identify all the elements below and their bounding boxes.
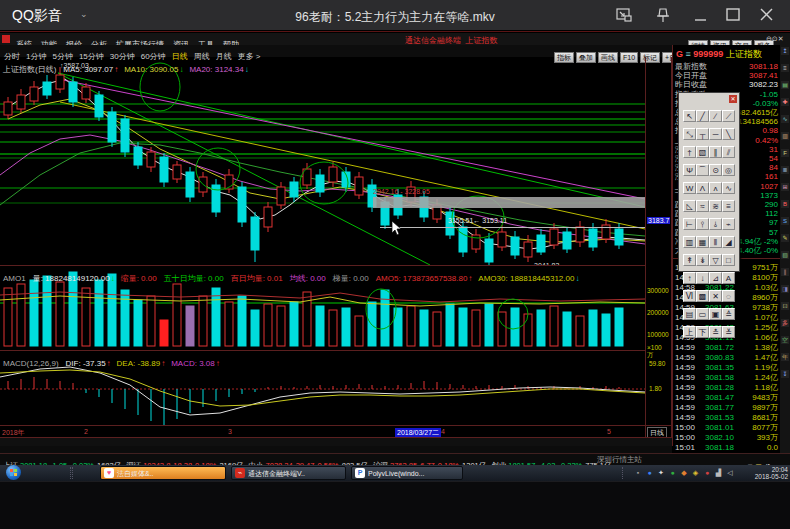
strip-icon-0[interactable]: ↥ <box>781 47 789 55</box>
tray-icon-5[interactable]: ◈ <box>691 468 701 478</box>
tray-icon-3[interactable]: ● <box>668 468 678 478</box>
draw-tool-31[interactable]: ◢ <box>722 236 735 248</box>
strip-icon-5[interactable]: ▥ <box>781 132 789 140</box>
mini-mode-icon[interactable] <box>613 4 635 26</box>
draw-tool-30[interactable]: ⫴ <box>709 236 722 248</box>
volume-panel[interactable]: AMO1量: 188248149120.00↓缩量: 0.00五十日均量: 0.… <box>0 265 645 350</box>
draw-tool-26[interactable]: ⫰ <box>709 218 722 230</box>
draw-tool-6[interactable]: ─ <box>709 128 722 140</box>
tray-icon-7[interactable]: ▟ <box>714 468 724 478</box>
close-icon[interactable] <box>756 4 778 26</box>
draw-tool-46[interactable]: ▣ <box>709 308 722 320</box>
strip-icon-15[interactable]: ⊡ <box>781 302 789 310</box>
draw-tool-50[interactable]: ≛ <box>709 326 722 338</box>
draw-tool-15[interactable]: ◎ <box>722 164 735 176</box>
server-station[interactable]: 深圳行情主站 <box>597 455 642 465</box>
strip-icon-19[interactable]: ↧ <box>781 370 789 378</box>
video-content[interactable]: 系统功能报价分析扩展市场行情资讯工具帮助 通达信金融终端 上证指数 行情资讯交易… <box>0 30 790 481</box>
draw-tool-49[interactable]: 下 <box>696 326 709 338</box>
draw-tool-28[interactable]: ▥ <box>683 236 696 248</box>
macd-panel[interactable]: MACD(12,26,9)DIF: -37.35↑DEA: -38.89↑MAC… <box>0 350 645 425</box>
draw-tool-34[interactable]: ▽ <box>709 254 722 266</box>
draw-tool-20[interactable]: ◺ <box>683 200 696 212</box>
highlight-band[interactable] <box>373 197 645 208</box>
tray-icon-8[interactable]: ◁ <box>725 468 735 478</box>
strip-icon-16[interactable]: 多 <box>781 319 789 327</box>
draw-tool-2[interactable]: ∕ <box>709 110 722 122</box>
draw-tool-23[interactable]: ≡ <box>722 200 735 212</box>
draw-tool-12[interactable]: Ψ <box>683 164 696 176</box>
player-titlebar[interactable]: QQ影音 ⌄ 96老耐：5.2主力行为主力在等啥.mkv <box>0 0 790 30</box>
draw-tool-33[interactable]: ↡ <box>696 254 709 266</box>
taskbar-app-2[interactable]: PPolyvLive(windo... <box>351 466 463 480</box>
strip-icon-1[interactable]: ≡ <box>781 64 789 72</box>
draw-tool-19[interactable]: ∿ <box>722 182 735 194</box>
strip-icon-9[interactable]: B <box>781 200 789 208</box>
start-button[interactable] <box>6 465 21 480</box>
tray-icon-0[interactable]: ▪ <box>633 468 643 478</box>
draw-tool-13[interactable]: ⌒ <box>696 164 709 176</box>
draw-tool-21[interactable]: ≈ <box>696 200 709 212</box>
main-chart[interactable]: 上证指数(日线)MA5: 3097.07↑MA10: 3090.05↓MA20:… <box>0 57 645 265</box>
tdx-window-controls[interactable]: ⊖⊙✕ <box>766 35 784 43</box>
draw-tool-24[interactable]: ⊢ <box>683 218 696 230</box>
draw-tool-17[interactable]: Λ <box>696 182 709 194</box>
taskbar-app-0[interactable]: ♥法自媒体&.. <box>100 466 226 480</box>
draw-tool-47[interactable]: ≙ <box>722 308 735 320</box>
draw-tool-48[interactable]: 上 <box>683 326 696 338</box>
draw-tool-0[interactable]: ↖ <box>683 110 696 122</box>
draw-toolbar-window[interactable]: ✕ ↖╱∕⟋⤡┬─╲†▧∥⫽Ψ⌒⊙◎WΛᴧ∿◺≈≋≡⊢⫯⫰⌁▥▦⫴◢↟↡▽□↑↓… <box>678 92 740 272</box>
pin-icon[interactable] <box>652 4 674 26</box>
draw-tool-25[interactable]: ⫯ <box>696 218 709 230</box>
draw-tool-29[interactable]: ▦ <box>696 236 709 248</box>
minimize-icon[interactable] <box>690 4 712 26</box>
tray-clock[interactable]: 20:042018-05-02 <box>742 466 788 480</box>
tray-icon-1[interactable]: ● <box>645 468 655 478</box>
strip-icon-8[interactable]: ⊞ <box>781 183 789 191</box>
strip-icon-3[interactable]: ✚ <box>781 98 789 106</box>
tray-icon-6[interactable]: ● <box>702 468 712 478</box>
strip-icon-17[interactable]: 空 <box>781 336 789 344</box>
strip-icon-11[interactable]: ✎ <box>781 234 789 242</box>
maximize-icon[interactable] <box>722 4 744 26</box>
tray-icon-4[interactable]: ◆ <box>679 468 689 478</box>
draw-tool-8[interactable]: † <box>683 146 696 158</box>
draw-tool-44[interactable]: ▤ <box>683 308 696 320</box>
draw-tool-35[interactable]: □ <box>722 254 735 266</box>
taskbar-app-1[interactable]: ⌁通达信金融终端V.. <box>231 466 346 480</box>
strip-icon-18[interactable]: 年 <box>781 353 789 361</box>
taskbar-grip[interactable] <box>70 467 73 479</box>
close-icon[interactable]: ✕ <box>729 95 737 103</box>
draw-tool-9[interactable]: ▧ <box>696 146 709 158</box>
strip-icon-7[interactable]: ≣ <box>781 166 789 174</box>
draw-tool-45[interactable]: ▭ <box>696 308 709 320</box>
draw-tool-41[interactable]: ▩ <box>696 290 709 302</box>
strip-icon-12[interactable]: ▧ <box>781 251 789 259</box>
draw-tool-16[interactable]: W <box>683 182 696 194</box>
draw-tool-14[interactable]: ⊙ <box>709 164 722 176</box>
strip-icon-13[interactable]: ∥ <box>781 268 789 276</box>
draw-tool-32[interactable]: ↟ <box>683 254 696 266</box>
strip-icon-10[interactable]: S <box>781 217 789 225</box>
strip-icon-14[interactable]: ◨ <box>781 285 789 293</box>
strip-icon-2[interactable]: ▤ <box>781 81 789 89</box>
draw-tool-4[interactable]: ⤡ <box>683 128 696 140</box>
draw-tool-27[interactable]: ⌁ <box>722 218 735 230</box>
draw-tool-3[interactable]: ⟋ <box>722 110 735 122</box>
draw-tool-36[interactable]: ↑ <box>683 272 696 284</box>
draw-tool-51[interactable]: ≚ <box>722 326 735 338</box>
draw-tool-5[interactable]: ┬ <box>696 128 709 140</box>
strip-icon-4[interactable]: ∿ <box>781 115 789 123</box>
tray-icon-2[interactable]: ✦ <box>656 468 666 478</box>
draw-tool-18[interactable]: ᴧ <box>709 182 722 194</box>
draw-tool-42[interactable]: ✕ <box>709 290 722 302</box>
draw-tool-38[interactable]: ⊿ <box>709 272 722 284</box>
draw-tool-7[interactable]: ╲ <box>722 128 735 140</box>
strip-icon-6[interactable]: F <box>781 149 789 157</box>
draw-tool-10[interactable]: ∥ <box>709 146 722 158</box>
draw-tool-1[interactable]: ╱ <box>696 110 709 122</box>
symbol-row[interactable]: G ≡ 999999 上证指数 <box>676 48 762 61</box>
draw-tool-39[interactable]: A <box>722 272 735 284</box>
draw-tool-11[interactable]: ⫽ <box>722 146 735 158</box>
draw-tool-37[interactable]: ↓ <box>696 272 709 284</box>
